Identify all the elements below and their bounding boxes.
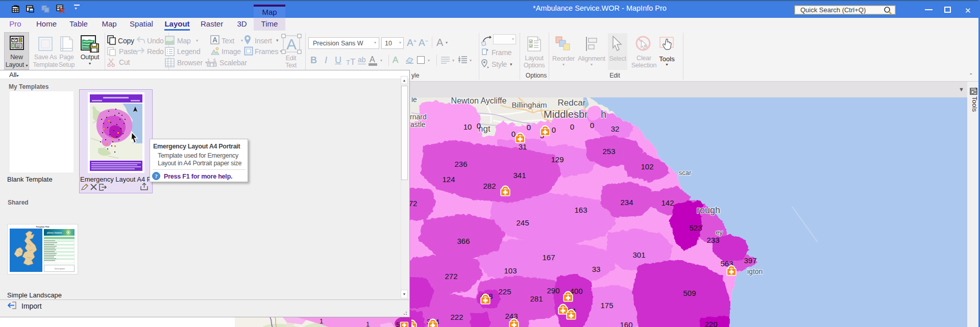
svg-text:Redcar: Redcar (558, 98, 586, 108)
svg-text:523: 523 (689, 223, 702, 232)
svg-text:234: 234 (620, 198, 633, 207)
svg-text:397: 397 (744, 256, 756, 265)
svg-text:?: ? (155, 173, 158, 179)
svg-text:0: 0 (511, 130, 516, 138)
svg-text:31: 31 (519, 142, 527, 151)
svg-text:1: 1 (320, 317, 323, 325)
svg-text:pitney bowes: pitney bowes (47, 231, 62, 234)
svg-text:A: A (286, 36, 297, 53)
svg-text:160: 160 (620, 320, 632, 327)
svg-text:366: 366 (457, 237, 470, 245)
svg-text:rnard: rnard (410, 113, 427, 121)
svg-text:236: 236 (454, 160, 467, 168)
svg-text:0: 0 (570, 122, 574, 131)
svg-text:290: 290 (547, 286, 559, 295)
svg-text:167: 167 (542, 253, 555, 262)
svg-text:astle: astle (410, 120, 426, 129)
svg-text:32: 32 (611, 124, 620, 133)
svg-text:ey: ey (716, 229, 723, 236)
svg-text:igton: igton (747, 267, 763, 275)
svg-text:272: 272 (445, 272, 457, 281)
svg-text:163: 163 (574, 206, 587, 214)
svg-text:0: 0 (552, 125, 556, 134)
svg-text:A: A (212, 36, 217, 44)
svg-text:103: 103 (504, 266, 517, 275)
svg-text:le: le (411, 97, 417, 104)
svg-text:341: 341 (513, 171, 526, 180)
svg-text:72: 72 (410, 199, 417, 208)
svg-text:Billingham: Billingham (511, 100, 547, 109)
svg-text:scar: scar (679, 169, 692, 177)
svg-text:282: 282 (483, 182, 496, 190)
svg-text:129: 129 (551, 155, 564, 164)
svg-text:233: 233 (706, 236, 719, 244)
svg-text:rough: rough (697, 205, 720, 215)
svg-text:0: 0 (527, 123, 531, 132)
svg-text:225: 225 (498, 287, 511, 296)
svg-text:102: 102 (641, 162, 653, 171)
svg-text:222: 222 (450, 313, 463, 321)
svg-text:245: 245 (516, 218, 529, 227)
svg-text:33: 33 (592, 265, 601, 273)
svg-text:509: 509 (683, 289, 696, 297)
svg-text:220: 220 (704, 320, 717, 327)
svg-text:175: 175 (600, 301, 613, 310)
svg-text:142: 142 (661, 198, 674, 207)
svg-text:0: 0 (590, 121, 594, 130)
svg-text:10: 10 (463, 122, 472, 131)
svg-text:Middlesbr: Middlesbr (544, 109, 588, 120)
svg-text:301: 301 (632, 250, 645, 259)
svg-text:h: h (601, 109, 606, 120)
svg-text:0: 0 (477, 121, 481, 130)
svg-text:1: 1 (366, 320, 370, 327)
svg-text:5: 5 (396, 321, 400, 327)
svg-text:124: 124 (442, 175, 455, 184)
svg-text:Newton Aycliffe: Newton Aycliffe (451, 97, 507, 105)
svg-text:253: 253 (602, 147, 615, 156)
svg-text:281: 281 (530, 294, 543, 303)
